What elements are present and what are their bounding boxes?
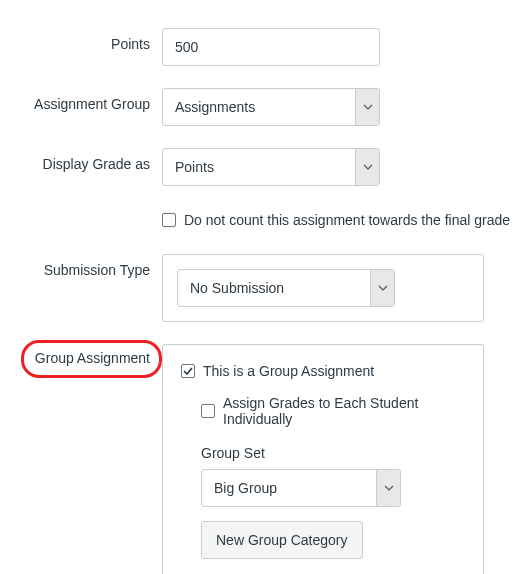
display-grade-select[interactable]: Points bbox=[162, 148, 380, 186]
group-set-value: Big Group bbox=[202, 480, 376, 496]
omit-final-label: Do not count this assignment towards the… bbox=[184, 212, 510, 228]
submission-type-select[interactable]: No Submission bbox=[177, 269, 395, 307]
is-group-checkbox[interactable] bbox=[181, 364, 195, 378]
chevron-down-icon bbox=[355, 89, 379, 125]
assignment-group-label: Assignment Group bbox=[0, 88, 162, 112]
grade-individually-checkbox[interactable] bbox=[201, 404, 215, 418]
is-group-label: This is a Group Assignment bbox=[203, 363, 374, 379]
group-set-label: Group Set bbox=[201, 445, 465, 461]
display-grade-value: Points bbox=[163, 159, 355, 175]
assignment-group-value: Assignments bbox=[163, 99, 355, 115]
chevron-down-icon bbox=[355, 149, 379, 185]
omit-final-checkbox[interactable] bbox=[162, 213, 176, 227]
chevron-down-icon bbox=[376, 470, 400, 506]
submission-type-value: No Submission bbox=[178, 280, 370, 296]
points-input[interactable] bbox=[162, 28, 380, 66]
new-group-category-button[interactable]: New Group Category bbox=[201, 521, 363, 559]
points-label: Points bbox=[0, 28, 162, 52]
group-assignment-label: Group Assignment bbox=[35, 350, 150, 366]
group-set-select[interactable]: Big Group bbox=[201, 469, 401, 507]
assignment-group-select[interactable]: Assignments bbox=[162, 88, 380, 126]
display-grade-label: Display Grade as bbox=[0, 148, 162, 172]
chevron-down-icon bbox=[370, 270, 394, 306]
submission-type-label: Submission Type bbox=[0, 254, 162, 278]
grade-individually-label: Assign Grades to Each Student Individual… bbox=[223, 395, 465, 427]
